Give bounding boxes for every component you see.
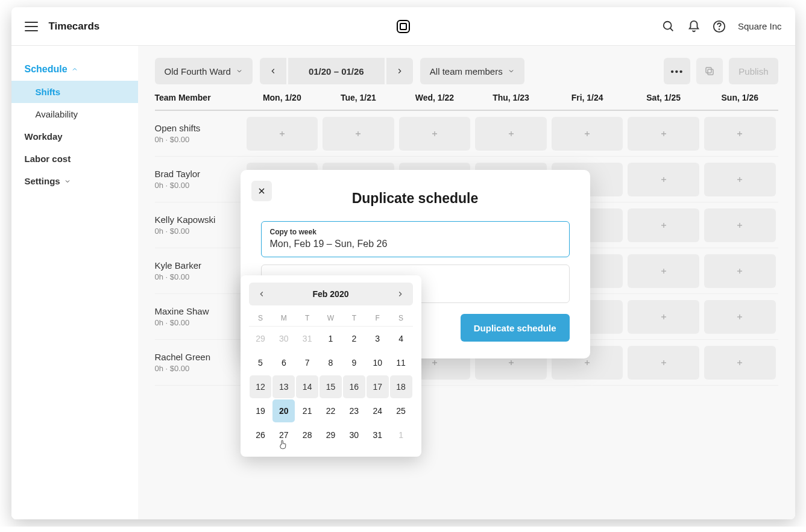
nav-schedule[interactable]: Schedule [11,60,138,81]
nav-settings[interactable]: Settings [11,170,138,192]
copy-schedule-button[interactable] [696,58,723,84]
search-icon[interactable] [662,20,675,33]
calendar-day[interactable]: 7 [296,351,318,374]
add-shift-button[interactable] [628,254,699,288]
calendar-day[interactable]: 1 [320,327,342,350]
more-actions-button[interactable]: ••• [664,58,690,84]
calendar-day[interactable]: 15 [320,375,342,398]
bell-icon[interactable] [687,20,701,33]
add-shift-button[interactable] [704,346,776,380]
calendar-day[interactable]: 31 [296,327,318,350]
next-month-button[interactable] [394,287,407,301]
plus-icon [430,129,439,139]
add-shift-button[interactable] [475,117,547,151]
add-shift-button[interactable] [628,346,699,380]
add-shift-button[interactable] [628,300,699,334]
nav-shifts[interactable]: Shifts [11,81,138,103]
calendar-day[interactable]: 28 [296,424,318,446]
calendar-day[interactable]: 14 [296,375,318,398]
svg-rect-4 [708,69,713,75]
calendar-day[interactable]: 1 [390,424,412,446]
add-shift-button[interactable] [704,208,776,242]
calendar-day[interactable]: 2 [343,327,365,350]
next-week-button[interactable] [386,58,413,84]
plus-icon [277,129,287,139]
company-label[interactable]: Square Inc [738,21,782,31]
shift-cell [625,163,702,196]
help-icon[interactable] [713,20,726,33]
calendar-dow-row: SMTWTFS [249,310,413,327]
calendar-day[interactable]: 23 [343,399,365,422]
calendar-day[interactable]: 10 [367,351,389,374]
calendar-day[interactable]: 20 [272,399,295,422]
calendar-day[interactable]: 11 [390,351,412,374]
shift-cell [625,346,702,380]
calendar-day[interactable]: 31 [367,424,389,446]
add-shift-button[interactable] [704,163,776,196]
modal-title: Duplicate schedule [261,190,570,207]
chevron-left-icon [269,67,277,75]
add-shift-button[interactable] [247,117,318,151]
copy-to-week-field[interactable]: Copy to week Mon, Feb 19 – Sun, Feb 26 [261,221,570,257]
chevron-right-icon [395,67,404,75]
calendar-day[interactable]: 12 [250,375,272,398]
calendar-day[interactable]: 6 [272,351,295,374]
calendar-day[interactable]: 22 [320,399,342,422]
prev-week-button[interactable] [260,58,286,84]
plus-icon [506,129,516,139]
calendar-day[interactable]: 29 [320,424,342,446]
calendar-day[interactable]: 9 [343,351,365,374]
team-filter-select[interactable]: All team members [420,58,524,84]
calendar-day[interactable]: 17 [367,375,389,398]
add-shift-button[interactable] [628,117,699,151]
nav-settings-label: Settings [25,176,60,186]
calendar-day[interactable]: 26 [250,424,272,446]
calendar-day[interactable]: 19 [250,399,272,422]
plus-icon [735,221,745,230]
add-shift-button[interactable] [628,163,699,196]
member-name: Brad Taylor [155,169,244,179]
add-shift-button[interactable] [399,117,471,151]
calendar-day[interactable]: 16 [343,375,365,398]
field-label: Copy to week [270,228,561,236]
calendar-dow: S [249,314,272,322]
calendar-day[interactable]: 3 [367,327,389,350]
calendar-day[interactable]: 30 [343,424,365,446]
add-shift-button[interactable] [704,254,776,288]
add-shift-button[interactable] [628,208,699,242]
calendar-day[interactable]: 30 [272,327,295,350]
nav-workday[interactable]: Workday [11,125,138,148]
prev-month-button[interactable] [255,287,268,301]
day-header: Wed, 1/22 [397,93,473,102]
toolbar: Old Fourth Ward 01/20 – 01/26 All team m… [155,58,778,84]
calendar-day[interactable]: 13 [272,375,295,398]
calendar-day[interactable]: 18 [390,375,412,398]
location-select[interactable]: Old Fourth Ward [155,58,253,84]
calendar-day[interactable]: 24 [367,399,389,422]
calendar-day[interactable]: 25 [390,399,412,422]
calendar-day[interactable]: 8 [320,351,342,374]
field-value: Mon, Feb 19 – Sun, Feb 26 [270,239,561,249]
calendar-day[interactable]: 29 [250,327,272,350]
add-shift-button[interactable] [323,117,394,151]
add-shift-button[interactable] [552,117,623,151]
menu-icon[interactable] [25,22,38,31]
close-button[interactable] [251,181,272,201]
publish-button[interactable]: Publish [729,58,778,84]
member-cell: Brad Taylor0h · $0.00 [155,169,244,190]
calendar-day[interactable]: 5 [250,351,272,374]
chevron-down-icon [64,178,71,185]
nav-labor-cost[interactable]: Labor cost [11,148,138,170]
plus-icon [735,129,745,139]
calendar-day[interactable]: 4 [390,327,412,350]
nav-availability[interactable]: Availability [11,103,138,125]
duplicate-schedule-submit[interactable]: Duplicate schedule [461,314,570,342]
team-filter-label: All team members [430,66,503,77]
team-member-header: Team Member [155,93,244,102]
calendar-day[interactable]: 21 [296,399,318,422]
member-name: Open shifts [155,123,244,133]
add-shift-button[interactable] [704,117,776,151]
add-shift-button[interactable] [704,300,776,334]
date-range-button[interactable]: 01/20 – 01/26 [288,58,385,84]
app-frame: Timecards Square Inc Schedule Shifts Ava… [11,7,795,519]
